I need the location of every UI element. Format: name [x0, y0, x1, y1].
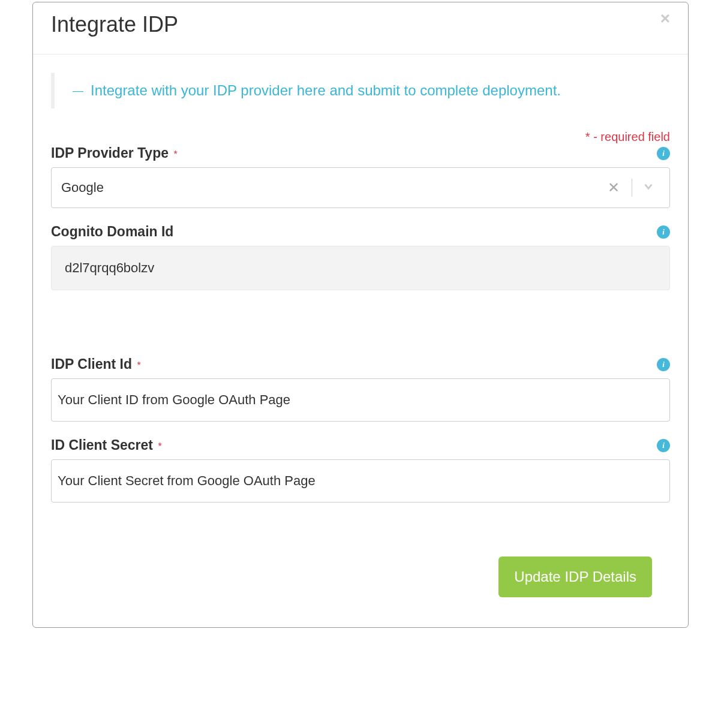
info-icon[interactable]: i: [657, 225, 670, 239]
dash-icon: —: [73, 85, 83, 97]
select-divider: [632, 179, 632, 197]
form-group-client-id: IDP Client Id * i: [51, 356, 670, 422]
cognito-domain-value: d2l7qrqq6bolzv: [51, 246, 670, 290]
label-row: IDP Client Id * i: [51, 356, 670, 372]
provider-type-label: IDP Provider Type: [51, 145, 169, 161]
label-row: ID Client Secret * i: [51, 437, 670, 453]
info-banner-content: — Integrate with your IDP provider here …: [73, 82, 670, 99]
required-star: *: [173, 149, 177, 160]
required-star: *: [137, 360, 141, 371]
required-field-note: * - required field: [51, 130, 670, 144]
info-icon[interactable]: i: [657, 439, 670, 452]
client-id-input[interactable]: [51, 378, 670, 422]
provider-type-value: Google: [61, 180, 600, 195]
label-row: IDP Provider Type * i: [51, 145, 670, 161]
info-banner: — Integrate with your IDP provider here …: [51, 73, 670, 109]
modal-footer: Update IDP Details: [51, 539, 670, 615]
clear-icon[interactable]: ✕: [600, 179, 627, 196]
info-icon[interactable]: i: [657, 358, 670, 371]
client-secret-label: ID Client Secret: [51, 437, 153, 453]
required-star: *: [158, 441, 161, 452]
form-group-client-secret: ID Client Secret * i: [51, 437, 670, 503]
info-icon[interactable]: i: [657, 147, 670, 160]
close-icon[interactable]: ×: [660, 10, 670, 27]
form-group-provider-type: IDP Provider Type * i Google ✕: [51, 145, 670, 208]
update-idp-details-button[interactable]: Update IDP Details: [498, 556, 652, 597]
client-secret-input[interactable]: [51, 459, 670, 503]
chevron-down-icon[interactable]: [637, 180, 660, 195]
cognito-domain-label: Cognito Domain Id: [51, 224, 173, 240]
label-row: Cognito Domain Id i: [51, 224, 670, 240]
modal-header: Integrate IDP ×: [33, 2, 688, 55]
modal-title: Integrate IDP: [51, 12, 178, 37]
client-id-label: IDP Client Id: [51, 356, 132, 372]
integrate-idp-modal: Integrate IDP × — Integrate with your ID…: [32, 2, 689, 628]
provider-type-select[interactable]: Google ✕: [51, 167, 670, 208]
form-group-cognito-domain: Cognito Domain Id i d2l7qrqq6bolzv: [51, 224, 670, 290]
modal-body: — Integrate with your IDP provider here …: [33, 55, 688, 627]
info-banner-text: Integrate with your IDP provider here an…: [91, 82, 561, 99]
